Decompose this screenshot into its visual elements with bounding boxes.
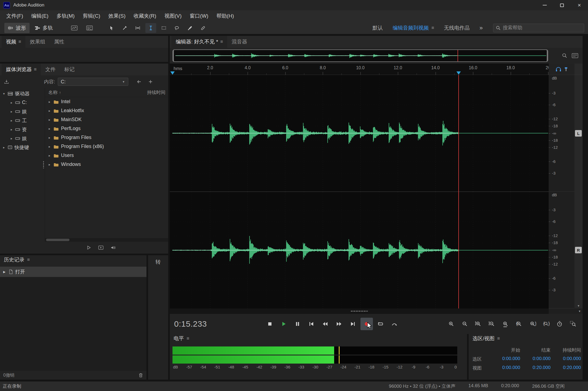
caret-collapsed-icon[interactable]: ▸: [48, 163, 51, 166]
sel-value[interactable]: 0:00.000: [520, 356, 551, 362]
workspace-无线电作品[interactable]: 无线电作品: [444, 24, 470, 31]
selection-start-marker[interactable]: [170, 71, 175, 75]
waveform-right-channel[interactable]: [170, 192, 549, 308]
caret-expanded-icon[interactable]: ▾: [2, 92, 6, 96]
time-selection-tool-button[interactable]: [145, 23, 156, 33]
history-item-打开[interactable]: ▶打开: [0, 267, 146, 277]
play-button[interactable]: [277, 318, 290, 330]
caret-collapsed-icon[interactable]: ▸: [10, 101, 13, 105]
multitrack-view-button[interactable]: 多轨: [31, 23, 56, 33]
tree-item-工[interactable]: ▸工: [0, 116, 42, 125]
file-list-scrollbar[interactable]: [45, 238, 168, 242]
menu-item-收藏夹(R)[interactable]: 收藏夹(R): [130, 10, 160, 22]
menu-item-帮助(H)[interactable]: 帮助(H): [212, 10, 238, 22]
channel-L-button[interactable]: L: [575, 130, 582, 137]
timeline-scroll-grip[interactable]: [351, 311, 368, 312]
close-button[interactable]: ✕: [571, 0, 588, 10]
record-button[interactable]: [360, 318, 373, 330]
add-shortcut-icon[interactable]: [148, 80, 153, 84]
media-tab-媒体浏览器[interactable]: 媒体浏览器≡: [2, 64, 41, 75]
caret-collapsed-icon[interactable]: ▸: [48, 145, 51, 149]
stop-button[interactable]: [264, 318, 276, 330]
tree-item-驱动器[interactable]: ▾驱动器: [0, 89, 42, 98]
monitor-input-button[interactable]: [555, 67, 561, 72]
preview-play-icon[interactable]: [86, 245, 91, 250]
search-input[interactable]: [503, 25, 581, 31]
maximize-button[interactable]: [553, 0, 571, 10]
sel-value[interactable]: 0:00.000: [551, 356, 581, 362]
folder-row-MainSDK[interactable]: ▸MainSDK: [45, 115, 168, 124]
caret-collapsed-icon[interactable]: ▸: [2, 146, 6, 149]
scrollbar-handle[interactable]: [46, 239, 69, 241]
caret-collapsed-icon[interactable]: ▸: [48, 136, 51, 140]
zoom-in-amplitude-button[interactable]: [472, 318, 484, 330]
scroll-down-icon[interactable]: ▾: [574, 304, 583, 308]
playhead-marker[interactable]: [456, 71, 461, 75]
sel-value[interactable]: 0:20.000: [520, 365, 551, 371]
zoom-all-button[interactable]: [567, 318, 579, 330]
help-search[interactable]: [493, 24, 584, 32]
caret-collapsed-icon[interactable]: ▸: [10, 119, 13, 122]
zoom-navigate-icon[interactable]: [561, 53, 568, 59]
skip-to-start-button[interactable]: [305, 318, 318, 330]
zoom-in-point-button[interactable]: {: [513, 318, 525, 330]
zoom-full-selection-button[interactable]: {}: [540, 318, 552, 330]
marquee-selection-tool-button[interactable]: [158, 23, 169, 33]
waveform-display[interactable]: [170, 75, 549, 308]
content-drive-select[interactable]: C: ▾: [58, 78, 128, 86]
left-tab-视频[interactable]: 视频≡: [2, 36, 25, 48]
waveform-view-button[interactable]: 波形: [4, 23, 30, 33]
menu-item-效果(S)[interactable]: 效果(S): [104, 10, 129, 22]
rewind-button[interactable]: [319, 318, 331, 330]
channel-R-button[interactable]: R: [575, 247, 582, 253]
spot-healing-brush-tool-button[interactable]: [197, 23, 208, 33]
workspace-编辑音频到视频[interactable]: 编辑音频到视频≡: [393, 24, 434, 31]
menu-item-窗口(W)[interactable]: 窗口(W): [186, 10, 213, 22]
fast-forward-button[interactable]: [333, 318, 345, 330]
workspace-overflow-chevrons[interactable]: »: [480, 24, 483, 31]
folder-row-Windows[interactable]: ▸Windows: [45, 160, 168, 169]
caret-collapsed-icon[interactable]: ▸: [10, 128, 13, 131]
lasso-selection-tool-button[interactable]: [171, 23, 182, 33]
paintbrush-selection-tool-button[interactable]: [184, 23, 195, 33]
tree-item-娱[interactable]: ▸娱: [0, 107, 42, 116]
menu-item-视图(V)[interactable]: 视图(V): [160, 10, 186, 22]
zoom-reset-button[interactable]: [554, 318, 566, 330]
tree-item-C:[interactable]: ▸C:: [0, 98, 42, 107]
editor-tab-编辑器: 好久不见 *[interactable]: 编辑器: 好久不见 *≡: [171, 36, 227, 48]
spectral-frequency-toggle[interactable]: [69, 23, 80, 33]
caret-collapsed-icon[interactable]: ▸: [48, 100, 51, 104]
move-tool-button[interactable]: [106, 23, 117, 33]
zoom-out-time-button[interactable]: [459, 318, 471, 330]
playhead[interactable]: [458, 75, 459, 308]
caret-collapsed-icon[interactable]: ▸: [48, 127, 51, 131]
tree-item-快捷键[interactable]: ▸快捷键: [0, 143, 42, 152]
panel-menu-icon[interactable]: ≡: [187, 336, 189, 341]
loop-playback-button[interactable]: [374, 318, 387, 330]
minimize-button[interactable]: [536, 0, 553, 10]
folder-row-Program Files (x86)[interactable]: ▸Program Files (x86): [45, 142, 168, 151]
panel-menu-icon[interactable]: ≡: [497, 336, 500, 341]
import-icon[interactable]: [4, 79, 9, 84]
name-column-header[interactable]: 名称 ↑: [48, 89, 61, 96]
overview-range-selector[interactable]: [172, 49, 548, 62]
folder-row-LeakHotfix[interactable]: ▸LeakHotfix: [45, 106, 168, 115]
cti-marker-button[interactable]: [564, 67, 568, 72]
zoom-to-selection-button[interactable]: [500, 318, 512, 330]
tree-item-娱[interactable]: ▸娱: [0, 134, 42, 143]
spectral-pitch-toggle[interactable]: [84, 23, 95, 33]
sel-value[interactable]: 0:00.000: [490, 356, 520, 362]
skip-to-end-button[interactable]: [347, 318, 359, 330]
timeline-ruler[interactable]: hms 2.04.06.08.010.012.014.016.018.020: [170, 64, 549, 75]
menu-item-文件(F)[interactable]: 文件(F): [2, 10, 27, 22]
caret-collapsed-icon[interactable]: ▸: [48, 109, 51, 113]
volume-icon[interactable]: [111, 245, 116, 250]
sel-value[interactable]: 0:20.000: [551, 365, 581, 371]
menu-item-编辑(E)[interactable]: 编辑(E): [27, 10, 52, 22]
waveform-left-channel[interactable]: [170, 75, 549, 191]
pause-button[interactable]: [291, 318, 304, 330]
folder-row-Users[interactable]: ▸Users: [45, 151, 168, 160]
left-tab-效果组[interactable]: 效果组: [25, 36, 50, 48]
timeline-scrollbar[interactable]: [170, 308, 549, 314]
razor-tool-button[interactable]: [119, 23, 130, 33]
